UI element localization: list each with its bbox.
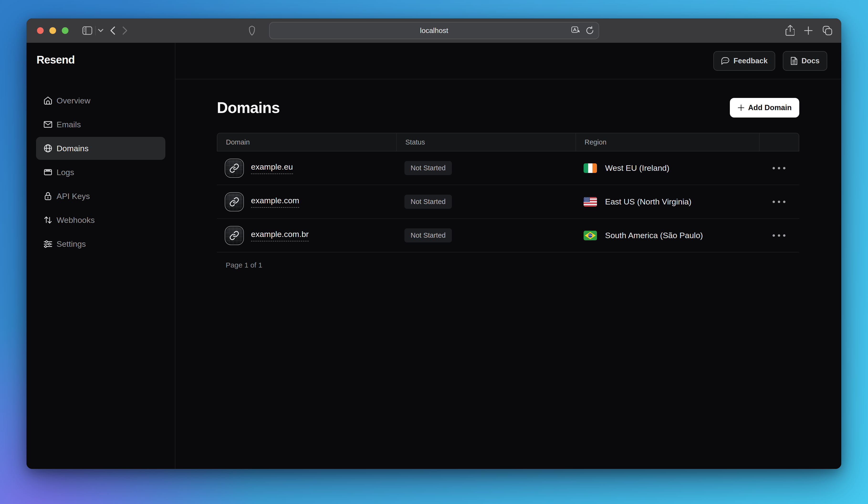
domain-name-link[interactable]: example.com bbox=[251, 196, 299, 208]
minimize-window-button[interactable] bbox=[49, 27, 56, 34]
translate-icon bbox=[571, 26, 580, 36]
chain-link-icon bbox=[229, 163, 239, 173]
domain-name-link[interactable]: example.eu bbox=[251, 162, 293, 174]
chevron-down-icon bbox=[98, 29, 103, 32]
us-flag-icon bbox=[583, 197, 597, 206]
brazil-flag-icon bbox=[583, 231, 597, 240]
region-label: East US (North Virginia) bbox=[605, 197, 691, 206]
forward-button[interactable] bbox=[122, 26, 128, 35]
sidebar-item-emails[interactable]: Emails bbox=[36, 113, 165, 136]
browser-toolbar: localhost bbox=[27, 18, 841, 43]
translate-button[interactable] bbox=[571, 26, 580, 36]
chevron-right-icon bbox=[122, 26, 128, 35]
add-domain-button[interactable]: Add Domain bbox=[730, 98, 799, 118]
table-row[interactable]: example.com Not Started bbox=[217, 185, 799, 219]
domain-link-button[interactable] bbox=[225, 192, 244, 211]
add-domain-label: Add Domain bbox=[748, 103, 792, 112]
sidebar-item-overview[interactable]: Overview bbox=[36, 89, 165, 112]
row-menu-button[interactable] bbox=[769, 164, 789, 173]
browser-window: localhost bbox=[27, 18, 841, 469]
status-badge: Not Started bbox=[404, 161, 452, 175]
lock-icon bbox=[43, 191, 53, 201]
chain-link-icon bbox=[229, 197, 239, 207]
resend-logo: Resend bbox=[37, 53, 175, 66]
row-menu-button[interactable] bbox=[769, 231, 789, 240]
page-title: Domains bbox=[217, 99, 280, 117]
sidebar-item-label: Webhooks bbox=[56, 215, 95, 225]
feedback-button[interactable]: Feedback bbox=[713, 51, 775, 71]
sidebar-nav: Overview Emails bbox=[27, 89, 175, 255]
column-header-actions bbox=[759, 133, 799, 151]
chain-link-icon bbox=[229, 231, 239, 241]
sidebar-item-label: Domains bbox=[56, 144, 89, 153]
arrows-up-down-icon bbox=[43, 215, 53, 225]
domain-link-button[interactable] bbox=[225, 159, 244, 178]
sidebar-toggle-button[interactable] bbox=[82, 26, 92, 35]
sidebar-item-domains[interactable]: Domains bbox=[36, 137, 165, 160]
plus-icon bbox=[737, 104, 745, 111]
document-icon bbox=[790, 57, 798, 65]
sidebar-item-webhooks[interactable]: Webhooks bbox=[36, 209, 165, 231]
status-badge: Not Started bbox=[404, 228, 452, 242]
app-header: Feedback Docs bbox=[175, 43, 841, 79]
domain-link-button[interactable] bbox=[225, 226, 244, 245]
sidebar-item-label: Logs bbox=[56, 168, 74, 177]
sliders-icon bbox=[43, 239, 53, 249]
pagination-label: Page 1 of 1 bbox=[217, 261, 799, 269]
address-bar[interactable]: localhost bbox=[269, 22, 599, 39]
feedback-label: Feedback bbox=[733, 57, 767, 65]
tab-overview-button[interactable] bbox=[822, 25, 833, 36]
address-text: localhost bbox=[420, 27, 448, 34]
logs-icon bbox=[43, 168, 53, 177]
column-header-domain: Domain bbox=[217, 133, 396, 151]
column-header-region: Region bbox=[576, 133, 759, 151]
home-icon bbox=[43, 96, 53, 105]
domains-table: Domain Status Region bbox=[217, 133, 799, 252]
globe-icon bbox=[43, 143, 53, 153]
docs-label: Docs bbox=[802, 57, 819, 65]
plus-icon bbox=[804, 26, 813, 36]
table-row[interactable]: example.com.br Not Started bbox=[217, 219, 799, 252]
close-window-button[interactable] bbox=[37, 27, 44, 34]
sidebar-item-label: Settings bbox=[56, 239, 86, 249]
row-menu-button[interactable] bbox=[769, 197, 789, 206]
back-button[interactable] bbox=[110, 26, 115, 35]
sidebar-item-api-keys[interactable]: API Keys bbox=[36, 185, 165, 208]
chevron-left-icon bbox=[110, 26, 115, 35]
main-area: Feedback Docs Domains bbox=[175, 43, 841, 469]
share-icon bbox=[785, 25, 795, 36]
page-content: Domains Add Domain Domain Status Region bbox=[175, 79, 841, 269]
table-row[interactable]: example.eu Not Started West EU (Ireland) bbox=[217, 151, 799, 185]
tabs-icon bbox=[822, 25, 833, 36]
table-header: Domain Status Region bbox=[217, 133, 799, 151]
sidebar-item-label: Overview bbox=[56, 96, 91, 105]
privacy-shield-icon bbox=[249, 26, 255, 36]
reload-icon bbox=[585, 26, 594, 35]
feedback-bubble-icon bbox=[721, 57, 730, 65]
zoom-window-button[interactable] bbox=[62, 27, 69, 34]
region-label: South America (São Paulo) bbox=[605, 231, 703, 240]
sidebar-toggle-icon bbox=[82, 26, 92, 35]
share-button[interactable] bbox=[785, 25, 795, 36]
ireland-flag-icon bbox=[583, 163, 597, 173]
sidebar-item-label: API Keys bbox=[56, 192, 90, 201]
column-header-status: Status bbox=[396, 133, 576, 151]
region-label: West EU (Ireland) bbox=[605, 163, 670, 173]
new-tab-button[interactable] bbox=[804, 26, 813, 36]
toolbar-separator bbox=[95, 26, 96, 36]
mail-icon bbox=[43, 120, 53, 129]
sidebar: Resend Overview bbox=[27, 43, 175, 469]
traffic-lights bbox=[37, 27, 69, 34]
reload-button[interactable] bbox=[585, 26, 594, 35]
docs-button[interactable]: Docs bbox=[783, 51, 827, 71]
sidebar-menu-chevron-button[interactable] bbox=[98, 29, 103, 32]
sidebar-item-settings[interactable]: Settings bbox=[36, 232, 165, 255]
sidebar-item-label: Emails bbox=[56, 120, 81, 129]
resend-app: Resend Overview bbox=[27, 43, 841, 469]
sidebar-item-logs[interactable]: Logs bbox=[36, 161, 165, 184]
domain-name-link[interactable]: example.com.br bbox=[251, 230, 309, 242]
status-badge: Not Started bbox=[404, 195, 452, 209]
